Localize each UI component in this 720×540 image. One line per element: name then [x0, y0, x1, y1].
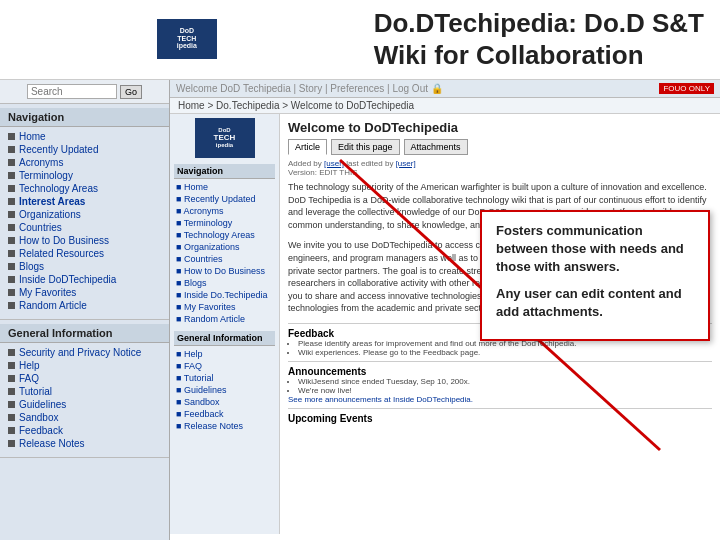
- bullet-icon: [8, 237, 15, 244]
- bullet-icon: [8, 250, 15, 257]
- nav-item-related-resources[interactable]: Related Resources: [0, 247, 169, 260]
- nav-item-home[interactable]: Home: [0, 130, 169, 143]
- article-tab[interactable]: Article: [288, 139, 327, 155]
- bullet-icon: [8, 440, 15, 447]
- inner-nav-random[interactable]: ■ Random Article: [174, 313, 275, 325]
- bullet-icon: [8, 146, 15, 153]
- breadcrumb-text: Home > Do.Techipedia > Welcome to DoDTec…: [178, 100, 414, 111]
- gen-item-guidelines[interactable]: Guidelines: [0, 398, 169, 411]
- general-list: Security and Privacy Notice Help FAQ Tut…: [0, 343, 169, 453]
- article-meta: Added by [user] last edited by [user] Ve…: [288, 159, 712, 177]
- inner-gen-faq[interactable]: ■ FAQ: [174, 360, 275, 372]
- bullet-icon: [8, 289, 15, 296]
- inner-nav-business[interactable]: ■ How to Do Business: [174, 265, 275, 277]
- gen-item-sandbox[interactable]: Sandbox: [0, 411, 169, 424]
- inner-gen-release[interactable]: ■ Release Notes: [174, 420, 275, 432]
- inner-gen-sandbox[interactable]: ■ Sandbox: [174, 396, 275, 408]
- logo-area: DoDTECHipedia: [174, 118, 275, 158]
- search-button[interactable]: Go: [120, 85, 142, 99]
- upcoming-events-title: Upcoming Events: [288, 413, 712, 424]
- nav-item-recently-updated[interactable]: Recently Updated: [0, 143, 169, 156]
- inner-nav-recently[interactable]: ■ Recently Updated: [174, 193, 275, 205]
- bullet-icon: [8, 133, 15, 140]
- nav-item-inside-dodtechipedia[interactable]: Inside DoDTechipedia: [0, 273, 169, 286]
- inner-nav-inside[interactable]: ■ Inside Do.Techipedia: [174, 289, 275, 301]
- navigation-section: Navigation Home Recently Updated Acronym…: [0, 104, 169, 320]
- nav-item-acronyms[interactable]: Acronyms: [0, 156, 169, 169]
- inner-gen-guidelines[interactable]: ■ Guidelines: [174, 384, 275, 396]
- article-actions: Article Edit this page Attachments: [288, 139, 712, 155]
- navigation-list: Home Recently Updated Acronyms Terminolo…: [0, 127, 169, 315]
- bullet-icon: [8, 263, 15, 270]
- bullet-icon: [8, 388, 15, 395]
- nav-item-technology-areas[interactable]: Technology Areas: [0, 182, 169, 195]
- nav-item-my-favorites[interactable]: My Favorites: [0, 286, 169, 299]
- more-announcements[interactable]: See more announcements at Inside DoDTech…: [288, 395, 712, 404]
- gen-item-feedback[interactable]: Feedback: [0, 424, 169, 437]
- bullet-icon: [8, 349, 15, 356]
- main-container: DoDTECHipedia Do.DTechipedia: Do.D S&T W…: [0, 0, 720, 540]
- announcements-list: WikiJesend since ended Tuesday, Sep 10, …: [288, 377, 712, 395]
- inner-nav-favorites[interactable]: ■ My Favorites: [174, 301, 275, 313]
- inner-nav-list: ■ Home ■ Recently Updated ■ Acronyms ■ T…: [174, 181, 275, 325]
- announce-item-1: WikiJesend since ended Tuesday, Sep 10, …: [298, 377, 712, 386]
- inner-gen-tutorial[interactable]: ■ Tutorial: [174, 372, 275, 384]
- nav-item-terminology[interactable]: Terminology: [0, 169, 169, 182]
- content-area: Go Navigation Home Recently Updated Acro…: [0, 80, 720, 540]
- article-version: EDIT THIS: [319, 168, 357, 177]
- inner-nav-blogs[interactable]: ■ Blogs: [174, 277, 275, 289]
- inner-general-list: ■ Help ■ FAQ ■ Tutorial ■ Guidelines ■ S…: [174, 348, 275, 432]
- feedback-list: Please identify areas for improvement an…: [288, 339, 712, 357]
- gen-item-faq[interactable]: FAQ: [0, 372, 169, 385]
- nav-item-interest-areas[interactable]: Interest Areas: [0, 195, 169, 208]
- search-box: Go: [0, 80, 169, 104]
- bullet-icon: [8, 375, 15, 382]
- bullet-icon: [8, 172, 15, 179]
- header: DoDTECHipedia Do.DTechipedia: Do.D S&T W…: [0, 0, 720, 80]
- inner-gen-feedback[interactable]: ■ Feedback: [174, 408, 275, 420]
- gen-item-tutorial[interactable]: Tutorial: [0, 385, 169, 398]
- callout-line2: Any user can edit content and add attach…: [496, 285, 694, 321]
- gen-item-security[interactable]: Security and Privacy Notice: [0, 346, 169, 359]
- bullet-icon: [8, 185, 15, 192]
- bullet-icon: [8, 224, 15, 231]
- inner-nav-home[interactable]: ■ Home: [174, 181, 275, 193]
- upcoming-events-section: Upcoming Events: [288, 408, 712, 424]
- inner-nav-terminology[interactable]: ■ Terminology: [174, 217, 275, 229]
- edit-tab[interactable]: Edit this page: [331, 139, 400, 155]
- inner-nav-countries[interactable]: ■ Countries: [174, 253, 275, 265]
- inner-nav-title: Navigation: [174, 164, 275, 179]
- left-sidebar: Go Navigation Home Recently Updated Acro…: [0, 80, 170, 540]
- gen-item-release-notes[interactable]: Release Notes: [0, 437, 169, 450]
- bullet-icon: [8, 414, 15, 421]
- nav-item-how-to-do-business[interactable]: How to Do Business: [0, 234, 169, 247]
- inner-nav-tech-areas[interactable]: ■ Technology Areas: [174, 229, 275, 241]
- header-logo: DoDTECHipedia: [157, 19, 217, 59]
- edited-by-link[interactable]: [user]: [396, 159, 416, 168]
- nav-item-blogs[interactable]: Blogs: [0, 260, 169, 273]
- navigation-title: Navigation: [0, 108, 169, 127]
- inner-nav-acronyms[interactable]: ■ Acronyms: [174, 205, 275, 217]
- added-by-link[interactable]: [user]: [324, 159, 344, 168]
- inner-logo: DoDTECHipedia: [195, 118, 255, 158]
- announcements-section: Announcements WikiJesend since ended Tue…: [288, 361, 712, 404]
- feedback-item-2: Wiki experiences. Please go to the Feedb…: [298, 348, 712, 357]
- search-input[interactable]: [27, 84, 117, 99]
- announcements-title: Announcements: [288, 366, 712, 377]
- attachments-tab[interactable]: Attachments: [404, 139, 468, 155]
- general-title: General Information: [0, 324, 169, 343]
- nav-item-random-article[interactable]: Random Article: [0, 299, 169, 312]
- inner-nav-orgs[interactable]: ■ Organizations: [174, 241, 275, 253]
- nav-item-countries[interactable]: Countries: [0, 221, 169, 234]
- bullet-icon: [8, 198, 15, 205]
- bullet-icon: [8, 159, 15, 166]
- gen-item-help[interactable]: Help: [0, 359, 169, 372]
- nav-item-organizations[interactable]: Organizations: [0, 208, 169, 221]
- bullet-icon: [8, 211, 15, 218]
- inner-general-title: General Information: [174, 331, 275, 346]
- browser-toolbar: Welcome DoD Techipedia | Story | Prefere…: [170, 80, 720, 98]
- bullet-icon: [8, 362, 15, 369]
- bullet-icon: [8, 302, 15, 309]
- inner-left-nav: DoDTECHipedia Navigation ■ Home ■ Recent…: [170, 114, 280, 534]
- inner-gen-help[interactable]: ■ Help: [174, 348, 275, 360]
